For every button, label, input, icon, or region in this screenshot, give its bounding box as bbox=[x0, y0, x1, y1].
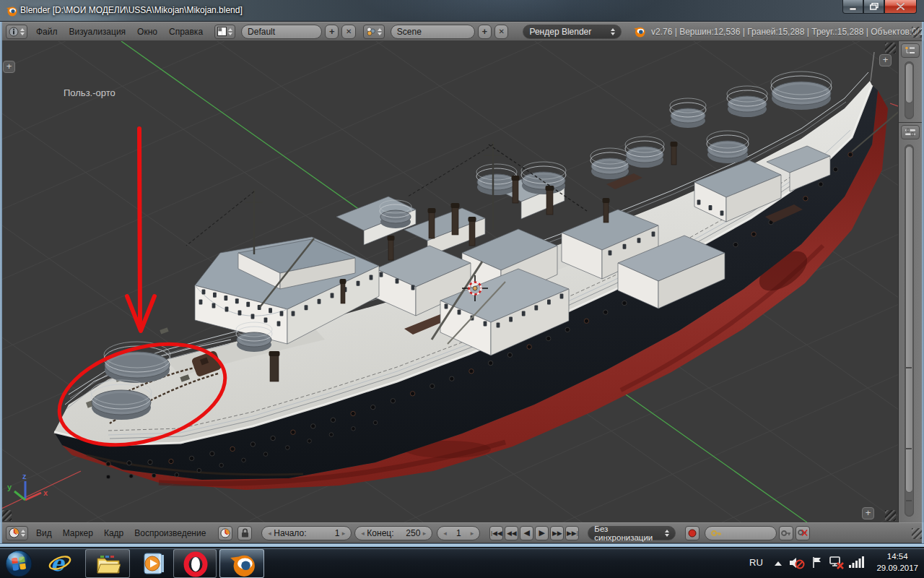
editor-type-button[interactable] bbox=[6, 25, 27, 39]
menu-window[interactable]: Окно bbox=[134, 27, 160, 37]
key-icon bbox=[711, 530, 721, 537]
taskbar-item-opera[interactable] bbox=[173, 549, 217, 578]
taskbar-clock[interactable]: 14:54 29.09.2017 bbox=[876, 551, 918, 574]
signal-bars-icon[interactable] bbox=[849, 556, 865, 568]
header-corner-grip[interactable] bbox=[912, 27, 923, 38]
clock-icon bbox=[220, 528, 230, 538]
viewport-3d[interactable]: z x y Польз.-орто (1) KMIB_Mikoyan + + + bbox=[0, 41, 898, 522]
auto-keyframe-button[interactable] bbox=[685, 526, 699, 540]
taskbar-item-media-player[interactable] bbox=[137, 549, 170, 578]
tray-date: 29.09.2017 bbox=[876, 562, 918, 574]
lock-time-button[interactable] bbox=[237, 526, 252, 540]
scene-icon bbox=[366, 27, 376, 36]
properties-editor-button[interactable] bbox=[901, 125, 920, 139]
timeline-header: Вид Маркер Кадр Воспроизведение ◂ Нача bbox=[0, 522, 924, 543]
add-scene-button[interactable]: + bbox=[478, 25, 492, 39]
window-titlebar[interactable]: Blender [D:\МОИ МОДЕЛИ\USSA\Mikojan\Miko… bbox=[0, 0, 924, 22]
record-icon bbox=[688, 529, 697, 538]
timeline-corner-grip[interactable] bbox=[912, 528, 923, 539]
outliner-icon bbox=[905, 46, 916, 55]
screen-layout-field[interactable]: Default bbox=[241, 25, 322, 39]
taskbar: e bbox=[0, 547, 924, 578]
frame-end-field[interactable]: ◂ Конец: 250 ▸ bbox=[354, 526, 432, 540]
layout-icon bbox=[217, 27, 227, 36]
scene-statistics: v2.76 | Вершин:12,536 | Граней:15,288 | … bbox=[651, 27, 924, 37]
blender-icon bbox=[230, 551, 256, 577]
menu-playback[interactable]: Воспроизведение bbox=[131, 528, 209, 538]
window-title: Blender [D:\МОИ МОДЕЛИ\USSA\Mikojan\Miko… bbox=[20, 5, 243, 15]
prev-keyframe-button[interactable]: ◀◀ bbox=[505, 526, 518, 540]
menu-file[interactable]: Файл bbox=[33, 27, 61, 37]
taskbar-item-explorer[interactable] bbox=[85, 549, 130, 578]
viewport-corner-grip[interactable] bbox=[885, 43, 896, 53]
delete-layout-button[interactable]: ✕ bbox=[341, 25, 355, 39]
svg-text:e: e bbox=[51, 551, 66, 576]
viewport-expand-button[interactable]: + bbox=[862, 507, 874, 519]
viewport-corner-grip[interactable] bbox=[885, 510, 896, 521]
svg-text:y: y bbox=[7, 483, 12, 491]
outliner-editor-button[interactable] bbox=[901, 43, 920, 58]
key-delete-icon bbox=[798, 529, 808, 537]
jump-to-start-button[interactable]: |◀◀ bbox=[489, 526, 503, 540]
annotation-arrow bbox=[139, 129, 140, 324]
screen-layout-browse-button[interactable] bbox=[214, 25, 235, 39]
tray-time: 14:54 bbox=[876, 551, 918, 562]
properties-icon bbox=[905, 128, 916, 137]
current-frame-field[interactable]: ◂ 1 ▸ bbox=[437, 526, 480, 540]
blender-logo-icon bbox=[6, 5, 17, 17]
timeline-editor-type-button[interactable] bbox=[6, 526, 28, 540]
add-layout-button[interactable]: + bbox=[325, 25, 339, 39]
play-reverse-button[interactable]: ◀ bbox=[520, 526, 533, 540]
taskbar-item-ie[interactable]: e bbox=[43, 549, 77, 578]
menu-frame[interactable]: Кадр bbox=[101, 528, 126, 538]
action-center-flag-icon[interactable] bbox=[811, 556, 823, 569]
menu-marker[interactable]: Маркер bbox=[60, 528, 96, 538]
volume-muted-icon[interactable] bbox=[788, 556, 806, 569]
viewport-corner-grip[interactable] bbox=[1, 510, 12, 521]
outliner-scrollbar[interactable] bbox=[905, 61, 914, 119]
editor-switch-arrows bbox=[20, 28, 25, 35]
playback-controls: |◀◀ ◀◀ ◀ ▶ ▶▶ ▶▶| bbox=[489, 526, 579, 540]
key-icon bbox=[781, 530, 791, 537]
properties-scrollbar[interactable] bbox=[905, 144, 914, 517]
opera-icon bbox=[183, 551, 209, 577]
time-indicator-button[interactable] bbox=[218, 526, 232, 540]
render-engine-dropdown[interactable]: Рендер Blender bbox=[523, 25, 621, 39]
view-name-label: Польз.-орто bbox=[64, 87, 116, 98]
network-error-icon[interactable] bbox=[829, 556, 845, 569]
info-header: Файл Визуализация Окно Справка Default +… bbox=[0, 22, 924, 41]
menu-render[interactable]: Визуализация bbox=[66, 27, 129, 37]
minimize-button[interactable] bbox=[842, 0, 863, 14]
outliner-strip[interactable] bbox=[898, 41, 922, 123]
sync-mode-dropdown[interactable]: Без синхронизации bbox=[588, 526, 676, 540]
frame-start-field[interactable]: ◂ Начало: 1 ▸ bbox=[261, 526, 352, 540]
restore-button[interactable] bbox=[863, 0, 884, 14]
insert-keyframe-button[interactable] bbox=[779, 526, 793, 540]
menu-view[interactable]: Вид bbox=[33, 528, 55, 538]
toolshelf-expand-button[interactable]: + bbox=[3, 61, 15, 73]
next-keyframe-button[interactable]: ▶▶ bbox=[550, 526, 564, 540]
menu-help[interactable]: Справка bbox=[166, 27, 206, 37]
start-orb bbox=[4, 549, 33, 578]
hidden-icons-arrow[interactable] bbox=[774, 561, 783, 566]
close-button[interactable] bbox=[884, 0, 917, 14]
lock-icon bbox=[241, 528, 249, 538]
keying-set-field[interactable] bbox=[705, 526, 777, 540]
scene-field[interactable]: Scene bbox=[391, 25, 475, 39]
internet-explorer-icon: e bbox=[47, 551, 73, 577]
svg-text:z: z bbox=[22, 472, 27, 480]
start-button[interactable] bbox=[4, 549, 36, 578]
play-button[interactable]: ▶ bbox=[535, 526, 549, 540]
scene-browse-button[interactable] bbox=[363, 25, 385, 39]
delete-keyframe-button[interactable] bbox=[796, 526, 810, 540]
jump-to-end-button[interactable]: ▶▶| bbox=[565, 526, 579, 540]
viewport-canvas[interactable]: z x y bbox=[0, 41, 898, 522]
taskbar-item-blender[interactable] bbox=[219, 549, 264, 578]
info-editor-icon bbox=[9, 27, 19, 37]
language-indicator[interactable]: RU bbox=[749, 557, 763, 568]
explorer-folder-icon bbox=[96, 553, 121, 575]
delete-scene-button[interactable]: ✕ bbox=[494, 25, 508, 39]
properties-strip[interactable] bbox=[898, 123, 922, 522]
properties-region-expand-button[interactable]: + bbox=[879, 54, 892, 66]
window-border-left bbox=[0, 22, 2, 543]
